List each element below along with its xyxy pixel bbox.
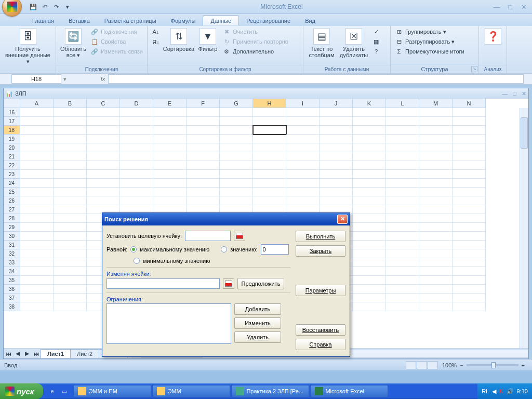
- cell-N16[interactable]: [453, 108, 486, 117]
- cell-D24[interactable]: [120, 179, 153, 188]
- cell-A25[interactable]: [20, 188, 54, 196]
- cell-G19[interactable]: [220, 135, 253, 143]
- radio-min[interactable]: [134, 258, 140, 264]
- cell-N25[interactable]: [453, 188, 486, 196]
- cell-A23[interactable]: [20, 170, 54, 179]
- cell-F19[interactable]: [187, 135, 220, 143]
- cell-E18[interactable]: [153, 126, 187, 135]
- row-header-37[interactable]: 37: [4, 294, 20, 302]
- cell-I20[interactable]: [286, 143, 320, 152]
- cell-M22[interactable]: [419, 161, 453, 170]
- delete-constraint-button[interactable]: Удалить: [234, 331, 281, 343]
- cell-A30[interactable]: [20, 232, 54, 241]
- cell-N28[interactable]: [453, 214, 486, 223]
- view-page-break-button[interactable]: [428, 361, 438, 369]
- cell-J17[interactable]: [320, 117, 353, 126]
- guess-button[interactable]: Предположить: [237, 278, 284, 289]
- cell-I21[interactable]: [286, 152, 320, 161]
- properties-button[interactable]: 📋Свойства: [89, 37, 144, 46]
- cell-E24[interactable]: [153, 179, 187, 188]
- cell-L22[interactable]: [386, 161, 419, 170]
- cell-L31[interactable]: [386, 241, 419, 249]
- cell-L38[interactable]: [386, 302, 419, 311]
- cell-H25[interactable]: [253, 188, 286, 196]
- cell-C26[interactable]: [87, 196, 120, 205]
- cell-M18[interactable]: [419, 126, 453, 135]
- cell-L21[interactable]: [386, 152, 419, 161]
- cell-N22[interactable]: [453, 161, 486, 170]
- filter-button[interactable]: ▼ Фильтр: [196, 27, 219, 53]
- cell-L26[interactable]: [386, 196, 419, 205]
- cell-M16[interactable]: [419, 108, 453, 117]
- cell-I25[interactable]: [286, 188, 320, 196]
- cell-N33[interactable]: [453, 258, 486, 267]
- cell-K30[interactable]: [353, 232, 386, 241]
- cell-K28[interactable]: [353, 214, 386, 223]
- refresh-all-button[interactable]: 🔄 Обновить все ▾: [59, 27, 87, 60]
- group-button[interactable]: ⊞Группировать ▾: [394, 27, 475, 36]
- cell-A38[interactable]: [20, 302, 54, 311]
- cell-F23[interactable]: [187, 170, 220, 179]
- close-button[interactable]: ✕: [517, 2, 530, 11]
- cell-N20[interactable]: [453, 143, 486, 152]
- cell-M35[interactable]: [419, 276, 453, 285]
- formula-input[interactable]: [108, 74, 524, 84]
- cell-K16[interactable]: [353, 108, 386, 117]
- cell-I22[interactable]: [286, 161, 320, 170]
- row-header-29[interactable]: 29: [4, 223, 20, 232]
- add-constraint-button[interactable]: Добавить: [234, 303, 281, 315]
- cell-I16[interactable]: [286, 108, 320, 117]
- cell-J23[interactable]: [320, 170, 353, 179]
- cell-B38[interactable]: [54, 302, 87, 311]
- cell-J19[interactable]: [320, 135, 353, 143]
- cell-H16[interactable]: [253, 108, 286, 117]
- sheet-tab-1[interactable]: Лист1: [41, 349, 71, 358]
- options-button[interactable]: Параметры: [296, 285, 345, 296]
- cell-G23[interactable]: [220, 170, 253, 179]
- taskbar-item-1[interactable]: ЭММ и ПМ: [73, 385, 151, 397]
- cell-L37[interactable]: [386, 294, 419, 302]
- reapply-button[interactable]: ↻Применить повторно: [221, 37, 289, 46]
- cell-K37[interactable]: [353, 294, 386, 302]
- cell-L35[interactable]: [386, 276, 419, 285]
- zoom-slider-thumb[interactable]: [491, 362, 496, 368]
- cell-N26[interactable]: [453, 196, 486, 205]
- row-header-32[interactable]: 32: [4, 249, 20, 258]
- row-header-20[interactable]: 20: [4, 143, 20, 152]
- cell-D20[interactable]: [120, 143, 153, 152]
- cell-L17[interactable]: [386, 117, 419, 126]
- cell-G16[interactable]: [220, 108, 253, 117]
- cell-F26[interactable]: [187, 196, 220, 205]
- cell-N32[interactable]: [453, 249, 486, 258]
- scroll-thumb[interactable]: [521, 117, 528, 149]
- cell-M21[interactable]: [419, 152, 453, 161]
- cell-L16[interactable]: [386, 108, 419, 117]
- cell-M20[interactable]: [419, 143, 453, 152]
- col-header-H[interactable]: H: [253, 99, 286, 108]
- cell-G24[interactable]: [220, 179, 253, 188]
- taskbar-item-3[interactable]: Практика 2 ЗЛП [Ре...: [231, 385, 309, 397]
- col-header-B[interactable]: B: [54, 99, 87, 108]
- cell-M25[interactable]: [419, 188, 453, 196]
- cell-K20[interactable]: [353, 143, 386, 152]
- cell-J18[interactable]: [320, 126, 353, 135]
- cell-G26[interactable]: [220, 196, 253, 205]
- cell-A35[interactable]: [20, 276, 54, 285]
- cell-B31[interactable]: [54, 241, 87, 249]
- cell-C19[interactable]: [87, 135, 120, 143]
- cell-N21[interactable]: [453, 152, 486, 161]
- cell-E21[interactable]: [153, 152, 187, 161]
- cell-N19[interactable]: [453, 135, 486, 143]
- cell-M30[interactable]: [419, 232, 453, 241]
- clear-filter-button[interactable]: ✖Очистить: [221, 27, 289, 36]
- cell-G25[interactable]: [220, 188, 253, 196]
- cell-K19[interactable]: [353, 135, 386, 143]
- advanced-filter-button[interactable]: ⚙Дополнительно: [221, 47, 289, 56]
- cell-B22[interactable]: [54, 161, 87, 170]
- cell-F21[interactable]: [187, 152, 220, 161]
- cell-F17[interactable]: [187, 117, 220, 126]
- row-header-21[interactable]: 21: [4, 152, 20, 161]
- cell-E25[interactable]: [153, 188, 187, 196]
- cell-J16[interactable]: [320, 108, 353, 117]
- cell-I24[interactable]: [286, 179, 320, 188]
